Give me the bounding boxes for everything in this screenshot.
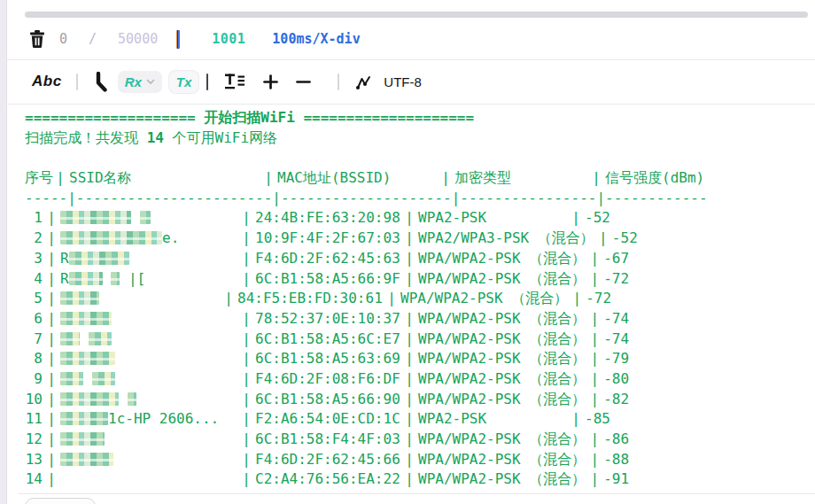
cell-pipe: | bbox=[43, 229, 60, 249]
cell-rssi: -52 bbox=[612, 229, 638, 249]
cell-num: 8 bbox=[25, 349, 43, 369]
wifi-table-rows: 1| |24:4B:FE:63:20:98|WPA2-PSK|-522|e.|1… bbox=[25, 208, 815, 490]
table-separator: -----|-----------------------|----------… bbox=[25, 189, 815, 209]
rx-label: Rx bbox=[125, 74, 142, 89]
cell-pipe: | bbox=[586, 369, 603, 390]
cell-mac: 6C:B1:58:A5:6C:E7 bbox=[255, 330, 400, 350]
zoom-in-icon[interactable] bbox=[263, 74, 278, 89]
cell-pipe: | bbox=[237, 269, 255, 290]
redacted-ssid-mosaic bbox=[60, 392, 119, 406]
cell-ssid bbox=[60, 309, 237, 330]
cell-pipe: | bbox=[43, 409, 60, 430]
divider-line bbox=[18, 493, 815, 494]
cell-mac: 6C:B1:58:A5:66:9F bbox=[255, 269, 400, 290]
toolbar-divider bbox=[76, 74, 78, 90]
cell-enc: WPA2-PSK bbox=[418, 409, 567, 430]
redacted-ssid-mosaic bbox=[60, 432, 105, 446]
cell-pipe: | bbox=[400, 330, 418, 350]
cell-num: 5 bbox=[25, 289, 43, 309]
cell-pipe: | bbox=[586, 249, 603, 269]
cell-rssi: -82 bbox=[603, 390, 629, 410]
trash-icon[interactable] bbox=[29, 30, 45, 48]
cell-pipe: | bbox=[43, 430, 60, 450]
cell-enc: WPA2-PSK bbox=[418, 208, 567, 229]
blank-line bbox=[25, 148, 815, 168]
cell-pipe: | bbox=[43, 469, 60, 490]
table-row: 11|1c-HP 2606...|F2:A6:54:0E:CD:1C|WPA2-… bbox=[25, 409, 815, 430]
cell-ssid bbox=[60, 450, 237, 470]
cell-enc: WPA2/WPA3-PSK （混合） bbox=[418, 229, 594, 249]
ssid-text bbox=[80, 330, 89, 347]
cell-pipe: | bbox=[594, 229, 612, 249]
rx-filter-button[interactable]: Rx bbox=[118, 71, 162, 93]
cell-pipe: | bbox=[237, 349, 255, 369]
tx-label: Tx bbox=[176, 74, 192, 89]
cell-enc: WPA/WPA2-PSK （混合） bbox=[418, 469, 586, 490]
cell-pipe: | bbox=[400, 349, 418, 369]
network-count: 14 bbox=[147, 128, 164, 149]
hook-icon[interactable] bbox=[94, 72, 108, 92]
cell-pipe: | bbox=[237, 369, 255, 390]
redacted-ssid-mosaic bbox=[60, 291, 99, 305]
redacted-ssid-mosaic bbox=[60, 412, 108, 425]
counter-max: 50000 bbox=[118, 31, 158, 47]
cell-enc: WPA/WPA2-PSK （混合） bbox=[418, 390, 586, 410]
cell-pipe: | bbox=[237, 390, 255, 410]
cell-pipe: | bbox=[43, 249, 60, 269]
cell-pipe: | bbox=[43, 450, 60, 470]
zoom-out-icon[interactable] bbox=[296, 74, 311, 89]
cell-mac: 6C:B1:58:A5:66:90 bbox=[255, 390, 400, 410]
ssid-text: R bbox=[60, 270, 69, 287]
plot-resize-handle[interactable] bbox=[25, 12, 808, 18]
tx-filter-button[interactable]: Tx bbox=[169, 71, 199, 93]
cell-rssi: -80 bbox=[603, 369, 629, 390]
cell-num: 12 bbox=[25, 430, 43, 450]
table-row: 12||6C:B1:58:F4:4F:03|WPA/WPA2-PSK （混合）|… bbox=[25, 430, 815, 450]
cell-pipe: | bbox=[586, 450, 603, 470]
text-size-icon[interactable] bbox=[224, 73, 245, 90]
text-mode-button[interactable]: Abc bbox=[32, 73, 62, 90]
cell-pipe: | bbox=[400, 208, 418, 229]
table-row: 3|R|F4:6D:2F:62:45:63|WPA/WPA2-PSK （混合）|… bbox=[25, 249, 815, 269]
encoding-selector[interactable]: UTF-8 bbox=[384, 74, 422, 89]
cell-num: 2 bbox=[25, 229, 43, 249]
cell-ssid bbox=[60, 330, 237, 350]
cell-enc: WPA/WPA2-PSK （混合） bbox=[418, 249, 586, 269]
redacted-ssid-mosaic bbox=[140, 211, 151, 224]
cell-pipe: | bbox=[400, 269, 418, 290]
ssid-text bbox=[83, 370, 92, 387]
cell-pipe: | bbox=[400, 309, 418, 330]
ssid-text bbox=[119, 391, 128, 407]
redacted-ssid-mosaic bbox=[60, 453, 113, 466]
table-row: 4|R |[|6C:B1:58:A5:66:9F|WPA/WPA2-PSK （混… bbox=[25, 269, 815, 290]
chevron-down-icon bbox=[146, 79, 155, 85]
cell-pipe: | bbox=[237, 409, 255, 430]
header-enc: 加密类型 bbox=[454, 168, 587, 189]
bottom-button-partial[interactable] bbox=[25, 498, 96, 504]
table-row: 5||84:F5:EB:FD:30:61|WPA/WPA2-PSK （混合）|-… bbox=[25, 289, 815, 309]
cell-pipe: | bbox=[400, 409, 418, 430]
scan-banner: ==================== 开始扫描WiFi ==========… bbox=[25, 108, 815, 128]
cell-rssi: -88 bbox=[603, 450, 629, 470]
header-mac: MAC地址(BSSID) bbox=[277, 168, 437, 189]
cell-mac: F4:6D:2F:62:45:63 bbox=[255, 249, 400, 269]
cell-pipe: | bbox=[568, 289, 586, 309]
table-row: 10| |6C:B1:58:A5:66:90|WPA/WPA2-PSK （混合）… bbox=[25, 390, 815, 410]
terminal-output[interactable]: ==================== 开始扫描WiFi ==========… bbox=[0, 104, 815, 493]
cell-mac: C2:A4:76:56:EA:22 bbox=[255, 469, 400, 490]
redacted-ssid-mosaic bbox=[60, 332, 80, 345]
redacted-ssid-mosaic bbox=[128, 392, 136, 406]
table-row: 13||F4:6D:2F:62:45:66|WPA/WPA2-PSK （混合）|… bbox=[25, 450, 815, 470]
cell-pipe: | bbox=[43, 208, 60, 229]
cell-pipe: | bbox=[43, 369, 60, 390]
cell-pipe: | bbox=[383, 289, 400, 309]
ssid-text bbox=[131, 209, 140, 226]
cell-pipe: | bbox=[586, 390, 603, 410]
waveform-icon[interactable] bbox=[355, 74, 373, 90]
cell-pipe: | bbox=[567, 208, 585, 229]
cell-num: 7 bbox=[25, 330, 43, 350]
cell-pipe: | bbox=[400, 430, 418, 450]
cell-enc: WPA/WPA2-PSK （混合） bbox=[418, 269, 586, 290]
cell-ssid bbox=[60, 349, 237, 369]
timebase-label[interactable]: 100ms/X-div bbox=[272, 31, 360, 47]
